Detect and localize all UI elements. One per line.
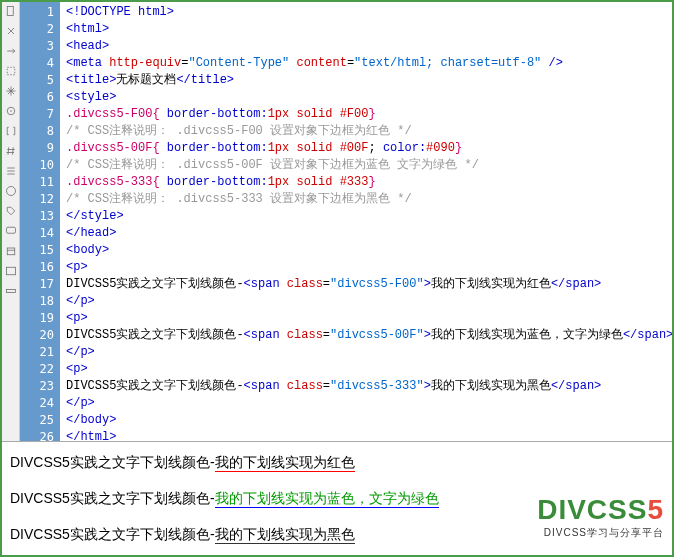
svg-rect-0 [7, 7, 13, 16]
code-line[interactable]: <p> [66, 361, 672, 378]
code-line[interactable]: .divcss5-00F{ border-bottom:1px solid #0… [66, 140, 672, 157]
underline-red: 我的下划线实现为红色 [215, 454, 355, 472]
logo-text: DIVCSS [537, 494, 647, 525]
underline-black: 我的下划线实现为黑色 [215, 526, 355, 544]
code-line[interactable]: </p> [66, 395, 672, 412]
line-number: 18 [20, 293, 54, 310]
line-number: 14 [20, 225, 54, 242]
code-line[interactable]: .divcss5-F00{ border-bottom:1px solid #F… [66, 106, 672, 123]
chat-icon[interactable] [4, 224, 18, 238]
line-number: 21 [20, 344, 54, 361]
hash-icon[interactable] [4, 144, 18, 158]
line-number: 24 [20, 395, 54, 412]
code-line[interactable]: <body> [66, 242, 672, 259]
line-number: 16 [20, 259, 54, 276]
logo: DIVCSS5 DIVCSS学习与分享平台 [537, 494, 664, 540]
tag-icon[interactable] [4, 204, 18, 218]
logo-five: 5 [647, 494, 664, 525]
window-icon[interactable] [4, 264, 18, 278]
svg-point-4 [6, 187, 15, 196]
line-number: 6 [20, 89, 54, 106]
logo-subtitle: DIVCSS学习与分享平台 [537, 526, 664, 540]
code-line[interactable]: </style> [66, 208, 672, 225]
line-number: 1 [20, 4, 54, 21]
calendar-icon[interactable] [4, 244, 18, 258]
code-line[interactable]: </html> [66, 429, 672, 441]
arrow-icon[interactable] [4, 44, 18, 58]
line-number: 2 [20, 21, 54, 38]
svg-rect-8 [6, 290, 15, 293]
line-number: 15 [20, 242, 54, 259]
line-number: 8 [20, 123, 54, 140]
line-number: 13 [20, 208, 54, 225]
code-line[interactable]: <head> [66, 38, 672, 55]
asterisk-icon[interactable] [4, 84, 18, 98]
line-number: 25 [20, 412, 54, 429]
new-file-icon[interactable] [4, 4, 18, 18]
svg-rect-6 [7, 248, 15, 255]
svg-rect-1 [7, 67, 15, 75]
preview-pane: DIVCSS5实践之文字下划线颜色-我的下划线实现为红色 DIVCSS5实践之文… [2, 442, 672, 544]
line-number: 19 [20, 310, 54, 327]
code-line[interactable]: <title>无标题文档</title> [66, 72, 672, 89]
brackets-icon[interactable] [4, 124, 18, 138]
underline-blue: 我的下划线实现为蓝色，文字为绿色 [215, 490, 439, 508]
line-number: 9 [20, 140, 54, 157]
code-line[interactable]: DIVCSS5实践之文字下划线颜色-<span class="divcss5-3… [66, 378, 672, 395]
editor-toolbar [2, 2, 20, 441]
line-number: 23 [20, 378, 54, 395]
line-number: 12 [20, 191, 54, 208]
code-line[interactable]: /* CSS注释说明： .divcss5-00F 设置对象下边框为蓝色 文字为绿… [66, 157, 672, 174]
code-line[interactable]: /* CSS注释说明： .divcss5-F00 设置对象下边框为红色 */ [66, 123, 672, 140]
cut-icon[interactable] [4, 24, 18, 38]
code-line[interactable]: </p> [66, 344, 672, 361]
line-number: 20 [20, 327, 54, 344]
code-line[interactable]: <meta http-equiv="Content-Type" content=… [66, 55, 672, 72]
code-line[interactable]: <style> [66, 89, 672, 106]
line-number: 7 [20, 106, 54, 123]
code-line[interactable]: </p> [66, 293, 672, 310]
preview-line-1: DIVCSS5实践之文字下划线颜色-我的下划线实现为红色 [10, 454, 664, 472]
line-gutter: 1234567891011121314151617181920212223242… [20, 2, 60, 441]
code-line[interactable]: DIVCSS5实践之文字下划线颜色-<span class="divcss5-0… [66, 327, 672, 344]
svg-rect-5 [6, 227, 15, 233]
line-number: 17 [20, 276, 54, 293]
code-line[interactable]: /* CSS注释说明： .divcss5-333 设置对象下边框为黑色 */ [66, 191, 672, 208]
select-icon[interactable] [4, 64, 18, 78]
code-line[interactable]: <html> [66, 21, 672, 38]
list-icon[interactable] [4, 164, 18, 178]
line-number: 10 [20, 157, 54, 174]
code-line[interactable]: .divcss5-333{ border-bottom:1px solid #3… [66, 174, 672, 191]
code-line[interactable]: </head> [66, 225, 672, 242]
line-number: 4 [20, 55, 54, 72]
code-line[interactable]: <!DOCTYPE html> [66, 4, 672, 21]
code-line[interactable]: </body> [66, 412, 672, 429]
line-number: 22 [20, 361, 54, 378]
code-editor: 1234567891011121314151617181920212223242… [2, 2, 672, 442]
target-icon[interactable] [4, 104, 18, 118]
svg-point-3 [10, 110, 12, 112]
code-line[interactable]: <p> [66, 310, 672, 327]
ruler-icon[interactable] [4, 284, 18, 298]
line-number: 3 [20, 38, 54, 55]
svg-rect-7 [6, 267, 15, 275]
app-window: 1234567891011121314151617181920212223242… [0, 0, 674, 557]
palette-icon[interactable] [4, 184, 18, 198]
line-number: 11 [20, 174, 54, 191]
line-number: 5 [20, 72, 54, 89]
code-line[interactable]: DIVCSS5实践之文字下划线颜色-<span class="divcss5-F… [66, 276, 672, 293]
code-area[interactable]: <!DOCTYPE html><html><head><meta http-eq… [60, 2, 672, 441]
code-line[interactable]: <p> [66, 259, 672, 276]
